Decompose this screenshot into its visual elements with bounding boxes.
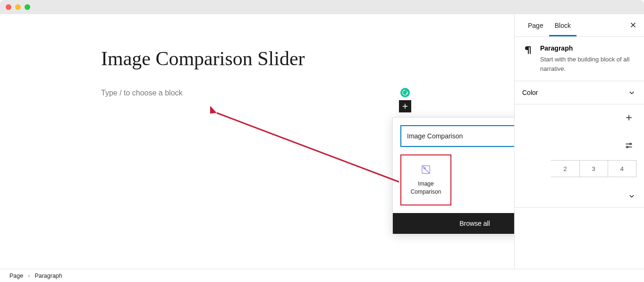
- image-comparison-icon: [420, 164, 432, 175]
- svg-point-3: [630, 143, 631, 145]
- block-result-image-comparison[interactable]: Image Comparison: [400, 154, 451, 205]
- sliders-icon: [624, 141, 634, 150]
- editor-canvas: Image Comparison Slider Type / to choose…: [0, 14, 514, 269]
- add-option-button[interactable]: [621, 110, 636, 127]
- maximize-window-button[interactable]: [25, 4, 30, 10]
- minimize-window-button[interactable]: [15, 4, 21, 10]
- page-title[interactable]: Image Comparison Slider: [101, 47, 305, 70]
- block-info-panel: Paragraph Start with the building block …: [515, 37, 644, 81]
- breadcrumb-current[interactable]: Paragraph: [34, 273, 62, 279]
- settings-toggle-button[interactable]: [621, 138, 636, 154]
- paragraph-icon: [522, 44, 534, 56]
- close-icon: [629, 21, 637, 29]
- tab-block[interactable]: Block: [549, 15, 576, 36]
- block-info-title: Paragraph: [540, 44, 636, 52]
- settings-sidebar: Page Block Paragraph Start with the buil…: [514, 14, 644, 269]
- close-sidebar-button[interactable]: [629, 21, 637, 31]
- plus-icon: [624, 113, 634, 122]
- annotation-arrow: [210, 106, 404, 191]
- sidebar-tabs: Page Block: [515, 14, 644, 37]
- svg-line-2: [217, 113, 399, 182]
- breadcrumb: Page › Paragraph: [0, 269, 644, 282]
- chevron-down-icon: [627, 88, 636, 97]
- breadcrumb-root[interactable]: Page: [9, 273, 23, 279]
- chevron-down-icon: [627, 191, 636, 201]
- size-option-4[interactable]: 4: [608, 160, 636, 177]
- advanced-panel-toggle[interactable]: [515, 185, 644, 208]
- svg-point-4: [627, 146, 628, 148]
- size-option-3[interactable]: 3: [580, 160, 608, 177]
- size-options: 2 3 4: [515, 160, 644, 185]
- block-placeholder[interactable]: Type / to choose a block: [101, 89, 183, 97]
- close-window-button[interactable]: [6, 4, 11, 10]
- grammarly-icon[interactable]: [400, 88, 410, 97]
- block-result-label: Image Comparison: [411, 180, 441, 196]
- block-info-description: Start with the building block of all nar…: [540, 55, 636, 73]
- color-panel-title: Color: [522, 89, 538, 96]
- chevron-right-icon: ›: [28, 273, 30, 279]
- tab-page[interactable]: Page: [522, 15, 549, 36]
- color-panel-toggle[interactable]: Color: [515, 81, 644, 104]
- add-block-button[interactable]: [399, 100, 411, 112]
- size-option-2[interactable]: 2: [551, 160, 579, 177]
- block-search-input[interactable]: [407, 132, 531, 140]
- window-titlebar: [0, 0, 644, 14]
